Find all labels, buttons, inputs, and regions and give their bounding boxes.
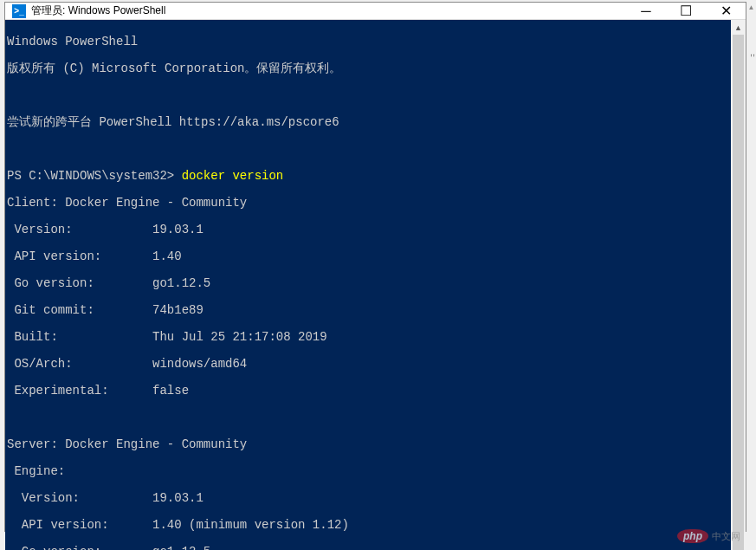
blank-line [7, 89, 731, 103]
watermark-badge: php [677, 529, 708, 543]
titlebar[interactable]: >_ 管理员: Windows PowerShell ─ ☐ ✕ [5, 3, 746, 20]
client-os: OS/Arch: windows/amd64 [7, 358, 731, 372]
scroll-track[interactable] [731, 35, 746, 550]
client-version: Version: 19.03.1 [7, 223, 731, 237]
watermark-text: 中文网 [712, 530, 740, 543]
engine-version: Version: 19.03.1 [7, 492, 731, 506]
server-header: Server: Docker Engine - Community [7, 438, 731, 452]
client-built: Built: Thu Jul 25 21:17:08 2019 [7, 331, 731, 345]
blank-line [7, 411, 731, 425]
engine-header: Engine: [7, 465, 731, 479]
scroll-up-icon[interactable]: ▲ [748, 3, 755, 11]
terminal-output[interactable]: Windows PowerShell 版权所有 (C) Microsoft Co… [5, 20, 731, 550]
prompt-path: PS C:\WINDOWS\system32> [7, 169, 182, 183]
close-button[interactable]: ✕ [706, 3, 746, 19]
terminal-area: Windows PowerShell 版权所有 (C) Microsoft Co… [5, 20, 746, 550]
blank-line [7, 143, 731, 157]
header-line: Windows PowerShell [7, 36, 731, 49]
watermark: php 中文网 [677, 529, 740, 543]
prompt-line: PS C:\WINDOWS\system32> docker version [7, 170, 731, 184]
pscore-line: 尝试新的跨平台 PowerShell https://aka.ms/pscore… [7, 116, 731, 130]
powershell-icon: >_ [12, 4, 26, 18]
copyright-line: 版权所有 (C) Microsoft Corporation。保留所有权利。 [7, 62, 731, 76]
client-api: API version: 1.40 [7, 250, 731, 264]
client-header: Client: Docker Engine - Community [7, 197, 731, 210]
window-controls: ─ ☐ ✕ [626, 3, 746, 19]
maximize-button[interactable]: ☐ [666, 3, 706, 19]
scroll-thumb[interactable] [733, 35, 744, 550]
engine-go: Go version: go1.12.5 [7, 546, 731, 551]
scroll-up-button[interactable]: ▲ [731, 20, 746, 35]
client-git: Git commit: 74b1e89 [7, 304, 731, 318]
side-marker: ,, [750, 47, 756, 57]
minimize-button[interactable]: ─ [626, 3, 666, 19]
page-scrollbar[interactable]: ▲ [746, 0, 756, 550]
terminal-scrollbar[interactable]: ▲ ▼ [731, 20, 746, 550]
client-go: Go version: go1.12.5 [7, 277, 731, 291]
command-text: docker version [182, 169, 284, 183]
powershell-window: >_ 管理员: Windows PowerShell ─ ☐ ✕ Windows… [4, 2, 746, 532]
engine-api: API version: 1.40 (minimum version 1.12) [7, 519, 731, 533]
client-exp: Experimental: false [7, 385, 731, 398]
window-title: 管理员: Windows PowerShell [31, 3, 626, 18]
